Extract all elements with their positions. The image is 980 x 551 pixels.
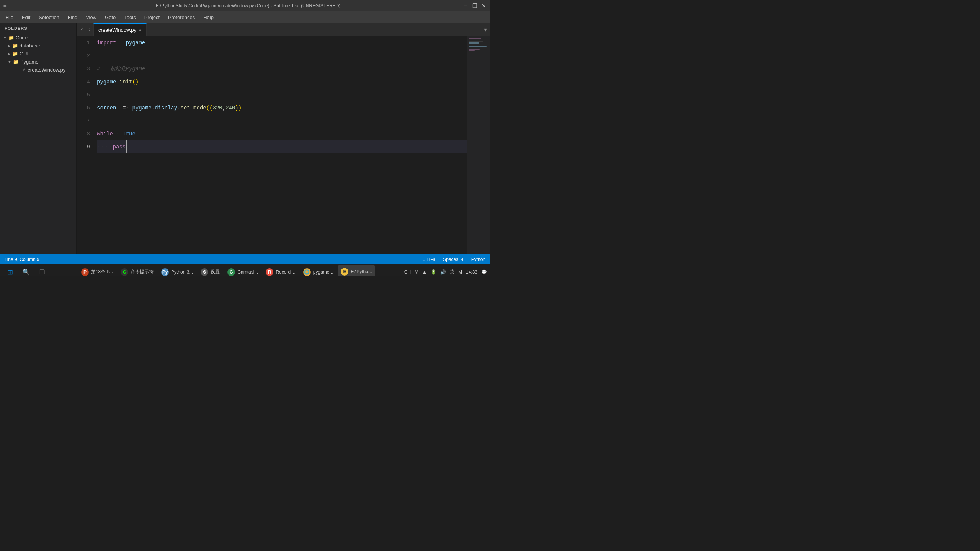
ime-mode[interactable]: M [415, 269, 418, 275]
title-bar: ● E:\PythonStudy\Code\Pygame\createWindo… [0, 0, 490, 11]
input-mode[interactable]: M [458, 269, 462, 275]
ppt-icon: P [81, 268, 89, 276]
editor-content[interactable]: 1 2 3 4 5 6 7 8 9 import · pygame # · [77, 36, 490, 254]
expand-arrow-icon: ▶ [8, 44, 11, 48]
taskbar-app-cmd[interactable]: C 命令提示符 [118, 265, 157, 276]
tab-next-button[interactable]: › [86, 23, 93, 36]
folder-label: Code [16, 35, 28, 41]
battery-icon[interactable]: 🔋 [431, 269, 436, 275]
code-line-2 [97, 49, 467, 62]
taskbar-app-pygame-label: pygame... [313, 269, 333, 275]
menu-item-project[interactable]: Project [140, 13, 163, 22]
start-button[interactable]: ⊞ [3, 265, 17, 276]
folder-label: database [20, 43, 40, 49]
taskbar-app-camtasia-label: Camtasi... [237, 269, 258, 275]
folder-icon: 📁 [13, 59, 19, 65]
task-view-button[interactable]: ❑ [35, 265, 49, 276]
taskbar-app-settings-label: 设置 [211, 269, 220, 275]
close-button[interactable]: ✕ [481, 3, 487, 9]
expand-arrow-icon: ▶ [8, 52, 11, 56]
tab-createwindow[interactable]: createWindow.py × [93, 23, 147, 36]
taskbar-app-recording-label: Recordi... [276, 269, 295, 275]
tab-prev-button[interactable]: ‹ [78, 23, 86, 36]
tab-bar: ‹ › createWindow.py × ▾ [77, 23, 490, 36]
volume-icon[interactable]: 🔊 [440, 269, 446, 275]
menu-item-preferences[interactable]: Preferences [164, 13, 199, 22]
notification-icon[interactable]: 💬 [481, 269, 487, 275]
taskbar-app-ppt-label: 第13章 P... [91, 269, 113, 275]
ime-indicator[interactable]: CH [404, 269, 411, 275]
tab-close-button[interactable]: × [139, 27, 142, 33]
menu-item-help[interactable]: Help [199, 13, 217, 22]
status-language[interactable]: Python [471, 257, 485, 262]
sidebar-item-createwindow[interactable]: /* createWindow.py [0, 66, 76, 74]
camtasia-icon: C [227, 268, 235, 276]
folder-label: GUI [20, 51, 28, 57]
taskbar-app-cmd-label: 命令提示符 [131, 269, 154, 275]
pygame-browser-icon: 🌐 [303, 268, 311, 276]
status-encoding[interactable]: UTF-8 [422, 257, 435, 262]
code-line-6: screen ·=· pygame.display.set_mode((320,… [97, 101, 467, 114]
code-line-4: pygame.init() [97, 75, 467, 88]
menu-bar: FileEditSelectionFindViewGotoToolsProjec… [0, 11, 490, 23]
maximize-button[interactable]: ❐ [472, 3, 478, 9]
taskbar: ⊞ 🔍 ❑ P 第13章 P... C 命令提示符 Py Python 3...… [0, 264, 490, 276]
search-button[interactable]: 🔍 [19, 265, 33, 276]
folder-label: Pygame [20, 59, 39, 65]
code-line-9: ····pass [97, 140, 467, 153]
main-layout: FOLDERS ▼ 📁 Code ▶ 📁 database ▶ 📁 GUI ▼ … [0, 23, 490, 254]
taskbar-app-camtasia[interactable]: C Camtasi... [224, 265, 261, 276]
menu-item-tools[interactable]: Tools [120, 13, 139, 22]
menu-item-edit[interactable]: Edit [18, 13, 34, 22]
editor-panel: ‹ › createWindow.py × ▾ 1 2 3 4 5 6 7 8 … [77, 23, 490, 254]
sidebar-item-gui[interactable]: ▶ 📁 GUI [0, 50, 76, 58]
sidebar-item-code[interactable]: ▼ 📁 Code [0, 34, 76, 42]
minimap [467, 36, 490, 254]
tab-label: createWindow.py [98, 27, 136, 33]
taskbar-app-explorer-label: E:\Pytho... [351, 269, 372, 274]
sidebar-item-database[interactable]: ▶ 📁 database [0, 42, 76, 50]
taskbar-app-settings[interactable]: ⚙ 设置 [198, 265, 223, 276]
menu-item-file[interactable]: File [2, 13, 17, 22]
taskbar-app-python-label: Python 3... [171, 269, 193, 275]
recording-icon: R [266, 268, 273, 276]
code-line-3: # · 初始化Pygame [97, 62, 467, 75]
code-line-7 [97, 114, 467, 127]
sidebar: FOLDERS ▼ 📁 Code ▶ 📁 database ▶ 📁 GUI ▼ … [0, 23, 77, 254]
taskbar-app-python[interactable]: Py Python 3... [158, 265, 196, 276]
code-area[interactable]: import · pygame # · 初始化Pygame pygame.ini… [94, 36, 467, 254]
code-line-8: while · True: [97, 127, 467, 140]
status-line-col: Line 9, Column 9 [5, 257, 39, 262]
expand-arrow-icon: ▼ [8, 60, 11, 64]
tab-dropdown-button[interactable]: ▾ [484, 26, 487, 33]
language-indicator[interactable]: 英 [450, 269, 454, 275]
taskbar-app-ppt[interactable]: P 第13章 P... [78, 265, 116, 276]
expand-arrow-icon: ▼ [3, 36, 7, 40]
sys-tray: CH M ▲ 🔋 🔊 英 M 14:33 💬 [404, 269, 487, 275]
status-spaces[interactable]: Spaces: 4 [443, 257, 463, 262]
clock-time[interactable]: 14:33 [466, 269, 477, 275]
status-bar: Line 9, Column 9 UTF-8 Spaces: 4 Python [0, 254, 490, 264]
code-line-5 [97, 88, 467, 101]
folder-icon: 📁 [8, 35, 14, 41]
python-icon: Py [161, 268, 169, 276]
title-bar-title: E:\PythonStudy\Code\Pygame\createWindow.… [34, 3, 462, 8]
settings-icon: ⚙ [201, 268, 208, 276]
file-label: createWindow.py [28, 67, 65, 73]
folder-icon: 📁 [12, 43, 18, 49]
taskbar-app-pygame-browser[interactable]: 🌐 pygame... [300, 265, 336, 276]
file-icon: /* [23, 68, 26, 72]
line-numbers: 1 2 3 4 5 6 7 8 9 [77, 36, 94, 254]
menu-item-find[interactable]: Find [64, 13, 81, 22]
sidebar-item-pygame[interactable]: ▼ 📁 Pygame [0, 58, 76, 66]
tray-expand[interactable]: ▲ [422, 269, 427, 275]
taskbar-app-recording[interactable]: R Recordi... [263, 265, 298, 276]
folder-icon: 📁 [12, 51, 18, 57]
taskbar-app-explorer[interactable]: E E:\Pytho... [338, 265, 375, 276]
cmd-icon: C [121, 268, 128, 276]
minimize-button[interactable]: − [462, 3, 469, 9]
menu-item-goto[interactable]: Goto [101, 13, 119, 22]
sidebar-header: FOLDERS [0, 23, 76, 34]
menu-item-view[interactable]: View [82, 13, 100, 22]
menu-item-selection[interactable]: Selection [35, 13, 63, 22]
